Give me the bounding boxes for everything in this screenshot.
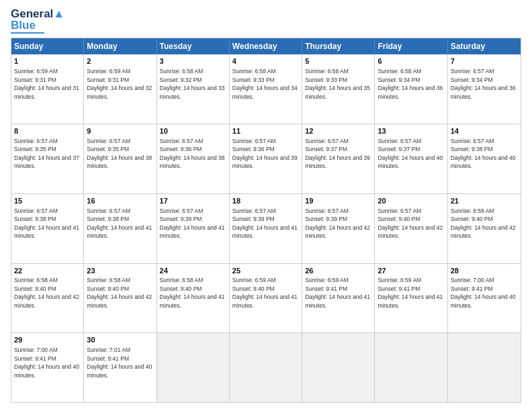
sunset-text: Sunset: 9:38 PM — [451, 146, 493, 152]
daylight-label: Daylight: 14 hours and 40 minutes. — [378, 154, 443, 169]
daylight-label: Daylight: 14 hours and 34 minutes. — [232, 85, 298, 99]
sunset-text: Sunset: 9:31 PM — [87, 77, 129, 83]
table-row — [157, 333, 230, 402]
daylight-label: Daylight: 14 hours and 41 minutes. — [160, 293, 225, 308]
day-number: 26 — [305, 266, 371, 276]
sunset-text: Sunset: 9:37 PM — [378, 146, 420, 152]
day-number: 21 — [451, 196, 518, 206]
table-row: 1 Sunrise: 6:59 AM Sunset: 9:31 PM Dayli… — [11, 54, 84, 124]
calendar-row: 22 Sunrise: 6:58 AM Sunset: 9:40 PM Dayl… — [11, 263, 521, 333]
table-row: 6 Sunrise: 6:58 AM Sunset: 9:34 PM Dayli… — [375, 54, 447, 124]
daylight-label: Daylight: 14 hours and 36 minutes. — [378, 85, 443, 99]
day-number: 5 — [305, 56, 371, 66]
sunset-text: Sunset: 9:39 PM — [232, 216, 275, 222]
sunrise-text: Sunrise: 6:57 AM — [14, 138, 58, 144]
sunrise-text: Sunrise: 6:57 AM — [305, 208, 349, 214]
table-row: 30 Sunrise: 7:01 AM Sunset: 9:41 PM Dayl… — [84, 333, 157, 402]
logo: General▲ Blue — [11, 8, 64, 34]
sunset-text: Sunset: 9:40 PM — [232, 285, 275, 292]
day-number: 15 — [14, 196, 81, 206]
table-row: 27 Sunrise: 6:59 AM Sunset: 9:41 PM Dayl… — [375, 264, 447, 333]
sunrise-text: Sunrise: 6:57 AM — [378, 138, 421, 144]
sunrise-text: Sunrise: 6:57 AM — [87, 138, 130, 144]
day-number: 17 — [160, 196, 226, 206]
day-number: 10 — [160, 126, 226, 136]
sunset-text: Sunset: 9:32 PM — [160, 77, 202, 83]
daylight-label: Daylight: 14 hours and 39 minutes. — [305, 154, 370, 169]
table-row: 7 Sunrise: 6:57 AM Sunset: 9:34 PM Dayli… — [448, 54, 521, 124]
table-row: 23 Sunrise: 6:58 AM Sunset: 9:40 PM Dayl… — [84, 264, 157, 333]
daylight-label: Daylight: 14 hours and 41 minutes. — [378, 293, 443, 308]
sunrise-text: Sunrise: 6:57 AM — [378, 208, 421, 214]
sunset-text: Sunset: 9:37 PM — [305, 146, 347, 152]
table-row: 15 Sunrise: 6:57 AM Sunset: 9:38 PM Dayl… — [11, 194, 84, 263]
daylight-label: Daylight: 14 hours and 42 minutes. — [451, 224, 516, 239]
sunset-text: Sunset: 9:39 PM — [305, 216, 347, 222]
daylight-label: Daylight: 14 hours and 42 minutes. — [14, 293, 79, 308]
sunset-text: Sunset: 9:40 PM — [87, 285, 129, 292]
table-row: 19 Sunrise: 6:57 AM Sunset: 9:39 PM Dayl… — [302, 194, 375, 263]
table-row: 26 Sunrise: 6:59 AM Sunset: 9:41 PM Dayl… — [302, 264, 375, 333]
calendar-body: 1 Sunrise: 6:59 AM Sunset: 9:31 PM Dayli… — [11, 54, 521, 402]
calendar-row: 8 Sunrise: 6:57 AM Sunset: 9:35 PM Dayli… — [11, 124, 521, 193]
sunset-text: Sunset: 9:41 PM — [378, 285, 420, 292]
sunrise-text: Sunrise: 6:57 AM — [451, 68, 494, 75]
sunrise-text: Sunrise: 6:57 AM — [305, 138, 349, 144]
sunrise-text: Sunrise: 6:59 AM — [87, 68, 130, 75]
day-number: 12 — [305, 126, 371, 136]
sunrise-text: Sunrise: 6:58 AM — [378, 68, 421, 75]
table-row: 14 Sunrise: 6:57 AM Sunset: 9:38 PM Dayl… — [448, 124, 521, 193]
logo-text2: Blue — [11, 19, 36, 32]
day-number: 29 — [14, 335, 81, 345]
table-row: 12 Sunrise: 6:57 AM Sunset: 9:37 PM Dayl… — [302, 124, 375, 193]
table-row: 17 Sunrise: 6:57 AM Sunset: 9:39 PM Dayl… — [157, 194, 230, 263]
sunset-text: Sunset: 9:40 PM — [378, 216, 420, 222]
sunset-text: Sunset: 9:40 PM — [451, 216, 493, 222]
table-row: 21 Sunrise: 6:58 AM Sunset: 9:40 PM Dayl… — [448, 194, 521, 263]
sunset-text: Sunset: 9:38 PM — [14, 216, 56, 222]
daylight-label: Daylight: 14 hours and 40 minutes. — [451, 293, 516, 308]
table-row: 4 Sunrise: 6:58 AM Sunset: 9:33 PM Dayli… — [230, 54, 302, 124]
sunrise-text: Sunrise: 6:58 AM — [160, 277, 204, 283]
sunset-text: Sunset: 9:41 PM — [14, 355, 56, 362]
table-row: 18 Sunrise: 6:57 AM Sunset: 9:39 PM Dayl… — [230, 194, 302, 263]
daylight-label: Daylight: 14 hours and 41 minutes. — [305, 293, 370, 308]
table-row: 20 Sunrise: 6:57 AM Sunset: 9:40 PM Dayl… — [375, 194, 447, 263]
day-number: 8 — [14, 126, 81, 136]
table-row: 29 Sunrise: 7:00 AM Sunset: 9:41 PM Dayl… — [11, 333, 84, 402]
daylight-label: Daylight: 14 hours and 42 minutes. — [87, 293, 152, 308]
daylight-label: Daylight: 14 hours and 41 minutes. — [160, 224, 225, 239]
sunrise-text: Sunrise: 6:59 AM — [232, 277, 276, 283]
day-number: 25 — [232, 266, 299, 276]
day-number: 24 — [160, 266, 226, 276]
sunrise-text: Sunrise: 6:59 AM — [14, 68, 58, 75]
day-number: 28 — [451, 266, 518, 276]
sunset-text: Sunset: 9:35 PM — [87, 146, 129, 152]
day-number: 6 — [378, 56, 444, 66]
header-wednesday: Wednesday — [230, 38, 302, 54]
sunrise-text: Sunrise: 6:59 AM — [305, 277, 349, 283]
table-row: 16 Sunrise: 6:57 AM Sunset: 9:38 PM Dayl… — [84, 194, 157, 263]
sunrise-text: Sunrise: 6:57 AM — [232, 138, 276, 144]
sunrise-text: Sunrise: 6:57 AM — [160, 138, 204, 144]
day-number: 4 — [232, 56, 299, 66]
sunrise-text: Sunrise: 6:58 AM — [232, 68, 276, 75]
day-number: 23 — [87, 266, 153, 276]
table-row: 3 Sunrise: 6:58 AM Sunset: 9:32 PM Dayli… — [157, 54, 230, 124]
table-row — [302, 333, 375, 402]
day-number: 11 — [232, 126, 299, 136]
day-number: 22 — [14, 266, 81, 276]
logo-line — [11, 32, 44, 34]
day-number: 3 — [160, 56, 226, 66]
daylight-label: Daylight: 14 hours and 41 minutes. — [232, 224, 298, 239]
header-monday: Monday — [84, 38, 157, 54]
daylight-label: Daylight: 14 hours and 31 minutes. — [14, 85, 79, 99]
table-row — [230, 333, 302, 402]
daylight-label: Daylight: 14 hours and 36 minutes. — [451, 85, 516, 99]
table-row: 13 Sunrise: 6:57 AM Sunset: 9:37 PM Dayl… — [375, 124, 447, 193]
table-row: 28 Sunrise: 7:00 AM Sunset: 9:41 PM Dayl… — [448, 264, 521, 333]
daylight-label: Daylight: 14 hours and 40 minutes. — [87, 363, 152, 378]
table-row: 25 Sunrise: 6:59 AM Sunset: 9:40 PM Dayl… — [230, 264, 302, 333]
daylight-label: Daylight: 14 hours and 35 minutes. — [305, 85, 370, 99]
header-thursday: Thursday — [302, 38, 375, 54]
